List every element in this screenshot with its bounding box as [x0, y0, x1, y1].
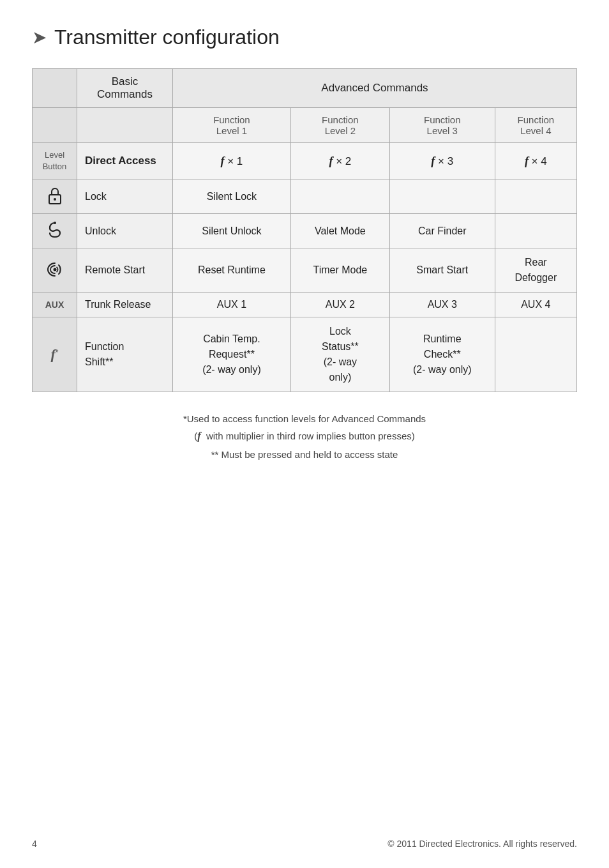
aux-basic: Trunk Release	[77, 293, 173, 317]
unlock-f4	[495, 214, 576, 248]
function-f1: Cabin Temp.Request**(2- way only)	[173, 317, 291, 392]
lock-icon	[33, 179, 77, 214]
remote-start-basic: Remote Start	[77, 248, 173, 293]
remote-start-svg	[45, 259, 65, 280]
function-basic: FunctionShift**	[77, 317, 173, 392]
remote-start-icon	[33, 248, 77, 293]
col-advanced-commands: Advanced Commands	[173, 69, 577, 108]
footnote-1: *Used to access function levels for Adva…	[32, 410, 577, 427]
table-row: Remote Start Reset Runtime Timer Mode Sm…	[33, 248, 577, 293]
sub-col-f2: FunctionLevel 2	[290, 108, 389, 143]
direct-access-label: Direct Access	[77, 143, 173, 179]
aux-f4: AUX 4	[495, 293, 576, 317]
aux-f2: AUX 2	[290, 293, 389, 317]
table-row: Unlock Silent Unlock Valet Mode Car Find…	[33, 214, 577, 248]
svg-point-3	[53, 268, 56, 271]
aux-icon: AUX	[33, 293, 77, 317]
lock-basic: Lock	[77, 179, 173, 214]
table-row: Lock Silent Lock	[33, 179, 577, 214]
table-row: f* FunctionShift** Cabin Temp.Request**(…	[33, 317, 577, 392]
unlock-basic: Unlock	[77, 214, 173, 248]
function-f2: LockStatus**(2- wayonly)	[290, 317, 389, 392]
f3-multiplier: f × 3	[389, 143, 495, 179]
lock-svg	[47, 186, 63, 205]
unlock-f2: Valet Mode	[290, 214, 389, 248]
f2-multiplier: f × 2	[290, 143, 389, 179]
page-number: 4	[32, 839, 37, 849]
table-header-row-2: FunctionLevel 1 FunctionLevel 2 Function…	[33, 108, 577, 143]
table-header-row-1: Basic Commands Advanced Commands	[33, 69, 577, 108]
function-f4	[495, 317, 576, 392]
copyright: © 2011 Directed Electronics. All rights …	[387, 839, 577, 849]
col-basic-commands: Basic Commands	[77, 69, 173, 108]
svg-point-1	[54, 198, 56, 201]
col-empty	[33, 69, 77, 108]
unlock-f1: Silent Unlock	[173, 214, 291, 248]
aux-f3: AUX 3	[389, 293, 495, 317]
sub-col-empty	[33, 108, 77, 143]
f1-multiplier: f × 1	[173, 143, 291, 179]
lock-f1: Silent Lock	[173, 179, 291, 214]
page-title: ➤ Transmitter configuration	[32, 26, 577, 49]
sub-col-basic	[77, 108, 173, 143]
unlock-icon	[33, 214, 77, 248]
sub-col-f4: FunctionLevel 4	[495, 108, 576, 143]
page-footer: 4 © 2011 Directed Electronics. All right…	[32, 839, 577, 849]
level-button-label: Level Button	[33, 143, 77, 179]
arrow-icon: ➤	[32, 27, 47, 48]
unlock-svg	[46, 220, 64, 240]
footnotes: *Used to access function levels for Adva…	[32, 410, 577, 463]
function-icon: f*	[33, 317, 77, 392]
unlock-f3: Car Finder	[389, 214, 495, 248]
sub-col-f3: FunctionLevel 3	[389, 108, 495, 143]
commands-table: Basic Commands Advanced Commands Functio…	[32, 68, 577, 392]
table-row: AUX Trunk Release AUX 1 AUX 2 AUX 3 AUX …	[33, 293, 577, 317]
f4-multiplier: f × 4	[495, 143, 576, 179]
remote-start-f2: Timer Mode	[290, 248, 389, 293]
function-f3: RuntimeCheck**(2- way only)	[389, 317, 495, 392]
remote-start-f1: Reset Runtime	[173, 248, 291, 293]
lock-f4	[495, 179, 576, 214]
footnote-2: (f with multiplier in third row implies …	[32, 427, 577, 446]
lock-f3	[389, 179, 495, 214]
svg-point-2	[54, 222, 56, 224]
remote-start-f4: RearDefogger	[495, 248, 576, 293]
footnote-3: ** Must be pressed and held to access st…	[32, 446, 577, 463]
remote-start-f3: Smart Start	[389, 248, 495, 293]
sub-col-f1: FunctionLevel 1	[173, 108, 291, 143]
lock-f2	[290, 179, 389, 214]
aux-f1: AUX 1	[173, 293, 291, 317]
level-button-row: Level Button Direct Access f × 1 f × 2 f…	[33, 143, 577, 179]
